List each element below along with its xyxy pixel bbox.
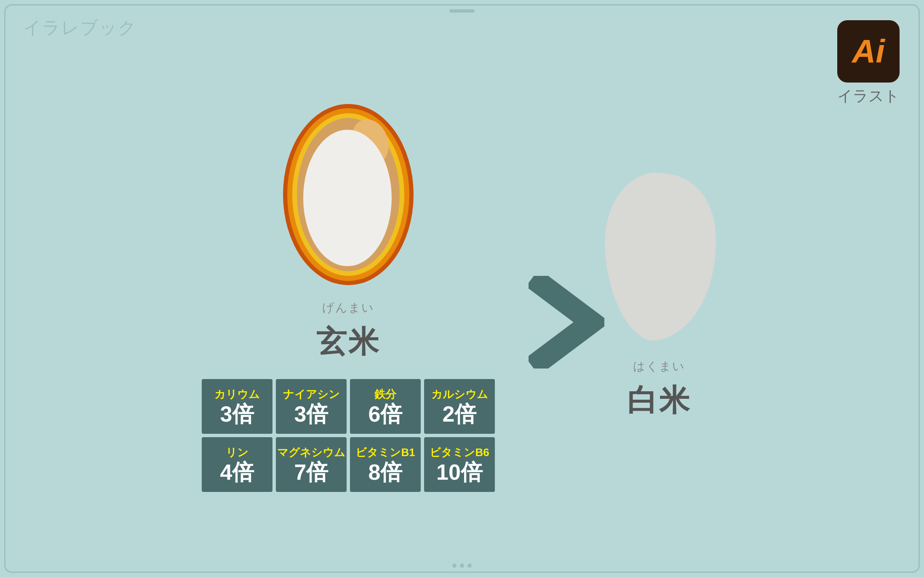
hakumai-section: はくまい 白米 [596,165,722,421]
nutrient-calcium-name: カルシウム [431,388,488,401]
nutrient-niacin-value: 3倍 [294,403,328,425]
nutrient-magnesium-value: 7倍 [294,461,328,483]
nutrient-iron: 鉄分 6倍 [350,379,421,434]
nutrient-potassium-name: カリウム [214,388,260,401]
nutrient-calcium-value: 2倍 [443,403,477,425]
nutrient-magnesium-name: マグネシウム [277,446,345,459]
bottom-decoration [452,564,472,568]
nutrient-iron-name: 鉄分 [374,388,396,401]
nutrient-phosphorus-name: リン [226,446,248,459]
nutrient-potassium: カリウム 3倍 [202,379,272,434]
nutrient-calcium: カルシウム 2倍 [424,379,495,434]
comparison-area: げんまい 玄米 カリウム 3倍 ナイアシン 3倍 鉄分 6倍 カルシウム [202,93,722,492]
nutrient-vitb1-value: 8倍 [369,461,403,483]
nutrient-vitb6-value: 10倍 [436,461,483,483]
hakumai-illustration [596,165,722,346]
genmai-label-large: 玄米 [316,322,380,362]
genmai-section: げんまい 玄米 カリウム 3倍 ナイアシン 3倍 鉄分 6倍 カルシウム [202,93,495,492]
svg-point-5 [303,130,392,266]
hakumai-label-large: 白米 [627,380,691,421]
nutrient-phosphorus-value: 4倍 [220,461,254,483]
nutrient-potassium-value: 3倍 [220,403,254,425]
nutrient-vitb6-name: ビタミンB6 [430,446,489,459]
nutrient-niacin-name: ナイアシン [283,388,340,401]
nutrient-iron-value: 6倍 [369,403,403,425]
nutrient-phosphorus: リン 4倍 [202,437,272,492]
nutrient-vitb6: ビタミンB6 10倍 [424,437,495,492]
nutrient-vitb1-name: ビタミンB1 [355,446,415,459]
genmai-label-small: げんまい [322,300,374,316]
main-content: げんまい 玄米 カリウム 3倍 ナイアシン 3倍 鉄分 6倍 カルシウム [0,34,924,577]
nutrient-grid: カリウム 3倍 ナイアシン 3倍 鉄分 6倍 カルシウム 2倍 リン 4倍 [202,379,495,492]
nutrient-niacin: ナイアシン 3倍 [276,379,347,434]
top-bar-decoration [449,9,475,13]
nutrient-magnesium: マグネシウム 7倍 [276,437,347,492]
hakumai-label-small: はくまい [633,358,685,374]
genmai-egg-illustration [277,93,420,291]
nutrient-vitb1: ビタミンB1 8倍 [350,437,421,492]
